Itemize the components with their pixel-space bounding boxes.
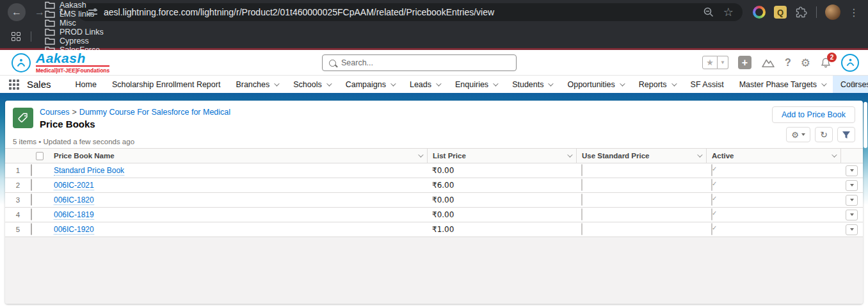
- price-book-link[interactable]: 006IC-1819: [54, 210, 94, 220]
- page-scrollbar-thumb[interactable]: [864, 102, 867, 148]
- favorites-dropdown-icon[interactable]: ▼: [718, 56, 728, 69]
- toolbar-divider: [816, 6, 817, 18]
- column-label: Price Book Name: [54, 152, 115, 160]
- chevron-down-icon[interactable]: [326, 81, 332, 86]
- chevron-down-icon[interactable]: [436, 81, 441, 86]
- refresh-button[interactable]: ↻: [815, 127, 833, 142]
- select-all-checkbox[interactable]: [36, 152, 44, 160]
- breadcrumb-record-link[interactable]: Dummy Course For Salesforce for Medical: [79, 108, 230, 117]
- global-search-box[interactable]: [322, 54, 517, 71]
- nav-tab[interactable]: Leads: [402, 76, 447, 93]
- nav-tab[interactable]: Branches: [228, 76, 285, 93]
- bookmark-folder[interactable]: Cypress: [45, 37, 109, 46]
- bookmark-folder[interactable]: Aakash: [45, 1, 109, 10]
- setup-gear-icon[interactable]: ⚙: [801, 56, 810, 69]
- chrome-apps-icon[interactable]: [12, 32, 20, 41]
- column-header-active[interactable]: Active: [706, 149, 840, 163]
- row-actions-button[interactable]: [846, 210, 858, 220]
- browser-profile-avatar[interactable]: [825, 4, 840, 20]
- row-actions-button[interactable]: [846, 224, 858, 235]
- column-header-actions: [840, 149, 863, 163]
- column-header-name[interactable]: Price Book Name: [49, 149, 427, 163]
- column-header-use-standard-price[interactable]: Use Standard Price: [576, 149, 706, 163]
- add-to-price-book-button[interactable]: Add to Price Book: [772, 106, 855, 123]
- back-button[interactable]: ←: [8, 3, 26, 21]
- row-checkbox-cell[interactable]: [31, 209, 49, 220]
- chevron-down-icon[interactable]: [697, 152, 702, 157]
- chevron-down-icon[interactable]: [418, 152, 423, 157]
- chevron-down-icon[interactable]: [821, 81, 826, 86]
- nav-tab[interactable]: Students: [504, 76, 559, 93]
- trailhead-icon[interactable]: [761, 57, 775, 69]
- list-meta-text: 5 items • Updated a few seconds ago: [13, 138, 855, 145]
- row-checkbox-cell[interactable]: [31, 179, 49, 191]
- table-header-row: Price Book Name List Price Use Standard …: [5, 148, 863, 163]
- row-actions-button[interactable]: [846, 180, 858, 191]
- price-book-link[interactable]: 006IC-1820: [54, 195, 94, 205]
- aakash-logo-icon: [12, 53, 31, 72]
- nav-tab[interactable]: Home: [68, 76, 104, 93]
- bookmark-label: Cypress: [60, 37, 89, 46]
- use-standard-price-checkbox: [581, 208, 583, 220]
- chevron-down-icon[interactable]: [832, 152, 837, 157]
- favorites-star-icon[interactable]: ★: [702, 56, 718, 69]
- nav-tab[interactable]: Schools: [285, 76, 337, 93]
- column-header-list-price[interactable]: List Price: [427, 149, 576, 163]
- notifications-bell-icon[interactable]: 2: [820, 57, 832, 69]
- row-checkbox[interactable]: [31, 179, 32, 191]
- nav-tab[interactable]: Master Phase Targets: [732, 76, 833, 93]
- nav-tab[interactable]: Enquiries: [447, 76, 504, 93]
- address-bar[interactable]: aesl.lightning.force.com/lightning/r/Pro…: [78, 3, 743, 21]
- row-actions-button[interactable]: [846, 165, 858, 176]
- breadcrumb-parent-link[interactable]: Courses: [40, 108, 70, 117]
- row-checkbox[interactable]: [31, 164, 32, 176]
- global-actions-icon[interactable]: +: [738, 56, 751, 69]
- nav-tab[interactable]: Reports: [631, 76, 683, 93]
- chevron-down-icon[interactable]: [620, 81, 625, 86]
- list-settings-button[interactable]: ⚙: [786, 127, 810, 142]
- price-book-link[interactable]: 006IC-1920: [54, 225, 94, 235]
- chevron-down-icon[interactable]: [671, 81, 677, 86]
- price-book-link[interactable]: Standard Price Book: [54, 166, 124, 176]
- chevron-down-icon[interactable]: [493, 81, 498, 86]
- url-text[interactable]: aesl.lightning.force.com/lightning/r/Pro…: [104, 7, 494, 17]
- table-row: 4 006IC-1819 ₹0.00: [5, 208, 863, 222]
- nav-tab[interactable]: SF Assist: [683, 76, 732, 93]
- bookmark-folder[interactable]: LMS links: [45, 10, 109, 19]
- favorites-combo-button[interactable]: ★ ▼: [702, 56, 728, 69]
- nav-tab[interactable]: Campaigns: [338, 76, 402, 93]
- bookmarks-bar: Apps JIRA links Aakash LMS links: [0, 24, 868, 48]
- row-checkbox[interactable]: [31, 194, 32, 206]
- nav-tab[interactable]: Scholarship Enrollment Report: [104, 76, 229, 93]
- user-avatar[interactable]: [841, 54, 859, 72]
- row-checkbox-cell[interactable]: [31, 194, 49, 206]
- extensions-puzzle-icon[interactable]: [795, 6, 808, 19]
- chevron-down-icon[interactable]: [567, 152, 572, 157]
- row-checkbox-cell[interactable]: [31, 165, 49, 176]
- use-standard-price-cell: [576, 194, 706, 206]
- chevron-down-icon[interactable]: [390, 81, 396, 86]
- row-actions-button[interactable]: [846, 195, 858, 206]
- browser-menu-icon[interactable]: ⋮: [849, 6, 859, 19]
- column-label: Active: [712, 152, 734, 160]
- help-icon[interactable]: ?: [785, 57, 791, 69]
- filter-button[interactable]: [837, 127, 855, 142]
- global-search-input[interactable]: [341, 58, 510, 67]
- nav-tab[interactable]: Opportunities: [559, 76, 631, 93]
- chevron-down-icon[interactable]: [274, 81, 279, 86]
- color-extension-icon[interactable]: [753, 6, 766, 19]
- bookmark-folder[interactable]: Misc: [45, 19, 109, 28]
- select-all-checkbox-cell[interactable]: [31, 149, 49, 163]
- row-checkbox[interactable]: [31, 208, 32, 220]
- row-checkbox[interactable]: [31, 223, 32, 235]
- bookmark-star-icon[interactable]: ☆: [723, 6, 734, 18]
- edit-navigation-pencil-icon[interactable]: ✎: [851, 79, 858, 89]
- zoom-out-icon[interactable]: [703, 6, 714, 18]
- row-checkbox-cell[interactable]: [31, 224, 49, 235]
- price-book-link[interactable]: 006IC-2021: [54, 181, 94, 190]
- search-extension-icon[interactable]: Q: [774, 6, 787, 19]
- app-launcher-icon[interactable]: [9, 79, 19, 90]
- chevron-down-icon[interactable]: [549, 81, 554, 86]
- caret-down-icon: [850, 213, 854, 216]
- bookmark-folder[interactable]: PROD Links: [45, 28, 109, 37]
